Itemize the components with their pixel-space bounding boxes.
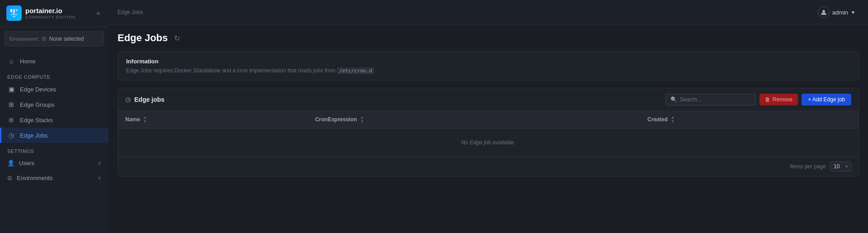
table-footer: Items per page 10 25 50 bbox=[118, 157, 859, 176]
environment-label: Environment: bbox=[9, 36, 39, 42]
table-title-clock-icon: ◷ bbox=[125, 96, 131, 103]
column-cron-label: CronExpression bbox=[315, 116, 357, 123]
edge-jobs-table-card: ◷ Edge jobs 🔍 🗑 Remove + Add Edge job bbox=[118, 88, 859, 176]
items-per-page-select[interactable]: 10 25 50 bbox=[830, 162, 851, 171]
user-avatar bbox=[818, 6, 830, 18]
main-content: Edge Jobs admin ▼ Edge Jobs ↻ Informatio… bbox=[108, 0, 868, 233]
sidebar-item-edge-stacks[interactable]: ⊜ Edge Stacks bbox=[0, 112, 108, 128]
remove-label: Remove bbox=[773, 96, 793, 103]
environments-chevron-icon: ∨ bbox=[98, 175, 101, 181]
breadcrumb: Edge Jobs bbox=[118, 9, 143, 15]
sidebar-item-users[interactable]: 👤 Users ∨ bbox=[0, 156, 108, 171]
table-title-label: Edge jobs bbox=[134, 96, 165, 103]
table-title: ◷ Edge jobs bbox=[125, 96, 165, 103]
refresh-button[interactable]: ↻ bbox=[172, 33, 182, 43]
remove-icon: 🗑 bbox=[765, 96, 770, 103]
table-actions: 🔍 🗑 Remove + Add Edge job bbox=[665, 94, 851, 105]
logo-name: portainer.io bbox=[25, 7, 75, 15]
logo-edition: COMMUNITY EDITION bbox=[25, 15, 75, 19]
sidebar-item-edge-groups-label: Edge Groups bbox=[20, 101, 55, 108]
edge-compute-section-header: Edge compute bbox=[0, 69, 108, 81]
logo-text: portainer.io COMMUNITY EDITION bbox=[25, 7, 75, 19]
home-icon: ⌂ bbox=[7, 57, 15, 65]
svg-rect-1 bbox=[13, 9, 15, 14]
add-edge-job-button[interactable]: + Add Edge job bbox=[802, 94, 851, 105]
no-environment-icon: ⊘ bbox=[42, 35, 47, 42]
sidebar-item-edge-devices[interactable]: ▣ Edge Devices bbox=[0, 81, 108, 97]
user-menu-button[interactable]: admin ▼ bbox=[814, 5, 859, 20]
search-icon: 🔍 bbox=[670, 96, 677, 103]
page-title: Edge Jobs bbox=[118, 32, 168, 44]
column-created[interactable]: Created ▲ ▼ bbox=[640, 111, 859, 128]
sidebar-item-environments[interactable]: ⊙ Environments ∨ bbox=[0, 171, 108, 185]
edge-jobs-table: Name ▲ ▼ CronExpression ▲ ▼ bbox=[118, 111, 859, 157]
remove-button[interactable]: 🗑 Remove bbox=[760, 94, 798, 105]
sidebar-item-edge-jobs-label: Edge Jobs bbox=[20, 132, 47, 139]
environments-icon: ⊙ bbox=[7, 175, 12, 181]
sidebar-item-edge-stacks-label: Edge Stacks bbox=[20, 117, 53, 124]
info-box-text: Edge Jobs requires Docker Standalone and… bbox=[126, 67, 850, 74]
users-icon: 👤 bbox=[7, 160, 14, 166]
column-name[interactable]: Name ▲ ▼ bbox=[118, 111, 308, 128]
search-box: 🔍 bbox=[665, 94, 756, 105]
svg-rect-3 bbox=[10, 14, 18, 15]
page-content: Edge Jobs ↻ Information Edge Jobs requir… bbox=[108, 25, 868, 233]
sidebar-item-edge-jobs[interactable]: ◷ Edge Jobs bbox=[0, 128, 108, 143]
sidebar-item-users-label: Users bbox=[19, 160, 34, 166]
empty-table-row: No Edge job available. bbox=[118, 128, 859, 157]
edge-groups-icon: ⊞ bbox=[7, 101, 15, 108]
cron-sort-icon[interactable]: ▲ ▼ bbox=[360, 116, 364, 124]
info-box: Information Edge Jobs requires Docker St… bbox=[118, 51, 859, 81]
users-chevron-icon: ∨ bbox=[98, 160, 101, 166]
column-cron-expression[interactable]: CronExpression ▲ ▼ bbox=[308, 111, 640, 128]
info-box-title: Information bbox=[126, 58, 850, 65]
name-sort-icon[interactable]: ▲ ▼ bbox=[143, 116, 147, 124]
svg-rect-2 bbox=[16, 9, 18, 11]
sidebar-item-edge-devices-label: Edge Devices bbox=[20, 86, 56, 93]
page-title-row: Edge Jobs ↻ bbox=[118, 32, 859, 44]
logo-area: portainer.io COMMUNITY EDITION bbox=[6, 5, 75, 21]
svg-rect-0 bbox=[10, 9, 12, 12]
sidebar-nav: ⌂ Home Edge compute ▣ Edge Devices ⊞ Edg… bbox=[0, 51, 108, 233]
items-per-page-label: Items per page bbox=[790, 163, 826, 170]
environment-value: None selected bbox=[49, 36, 84, 42]
table-card-header: ◷ Edge jobs 🔍 🗑 Remove + Add Edge job bbox=[118, 88, 859, 111]
column-name-label: Name bbox=[125, 116, 140, 123]
add-edge-job-label: + Add Edge job bbox=[808, 96, 845, 103]
created-sort-icon[interactable]: ▲ ▼ bbox=[671, 116, 675, 124]
environment-selector[interactable]: Environment: ⊘ None selected bbox=[5, 31, 104, 46]
edge-devices-icon: ▣ bbox=[7, 86, 15, 93]
sidebar-collapse-button[interactable]: « bbox=[94, 7, 102, 19]
sidebar-item-home[interactable]: ⌂ Home bbox=[0, 53, 108, 69]
settings-section-header: Settings bbox=[0, 143, 108, 156]
sidebar-item-environments-label: Environments bbox=[17, 175, 52, 181]
empty-message: No Edge job available. bbox=[118, 128, 859, 157]
topbar: Edge Jobs admin ▼ bbox=[108, 0, 868, 25]
svg-rect-4 bbox=[13, 16, 15, 17]
user-name: admin bbox=[832, 9, 848, 16]
sidebar-item-edge-groups[interactable]: ⊞ Edge Groups bbox=[0, 97, 108, 112]
user-menu-chevron-icon: ▼ bbox=[851, 10, 855, 15]
column-created-label: Created bbox=[647, 116, 668, 123]
sidebar-header: portainer.io COMMUNITY EDITION « bbox=[0, 0, 108, 27]
portainer-logo-icon bbox=[6, 5, 22, 21]
sidebar: portainer.io COMMUNITY EDITION « Environ… bbox=[0, 0, 108, 233]
items-per-page-wrapper: 10 25 50 bbox=[830, 162, 851, 171]
table-header-row: Name ▲ ▼ CronExpression ▲ ▼ bbox=[118, 111, 859, 128]
info-box-code: /etc/cron.d bbox=[337, 67, 374, 74]
sidebar-item-home-label: Home bbox=[20, 58, 36, 65]
edge-jobs-icon: ◷ bbox=[7, 132, 15, 139]
edge-stacks-icon: ⊜ bbox=[7, 116, 15, 124]
topbar-right: admin ▼ bbox=[814, 5, 859, 20]
info-box-text-prefix: Edge Jobs requires Docker Standalone and… bbox=[126, 67, 335, 74]
search-input[interactable] bbox=[680, 96, 751, 103]
